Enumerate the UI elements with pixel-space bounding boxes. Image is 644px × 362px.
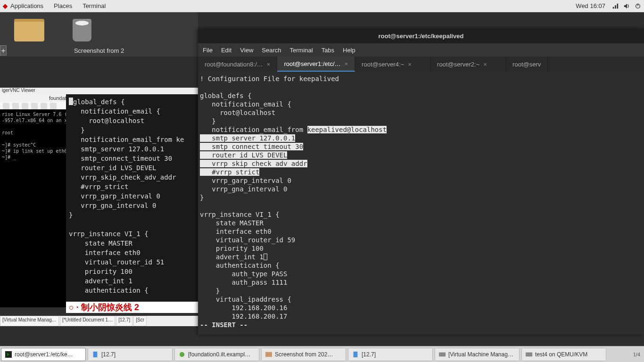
trash-icon[interactable] xyxy=(73,19,91,41)
term-text-bot: authentication { auth_type PASS auth_pas… xyxy=(200,262,291,320)
svg-point-9 xyxy=(180,352,185,357)
background-window-title: Screenshot from 2 xyxy=(0,45,198,57)
task-label: [12.7] xyxy=(101,351,116,358)
terminal-tabs: root@foundation8:/…× root@server1:/etc/…… xyxy=(198,57,644,72)
applications-menu[interactable]: Applications xyxy=(10,2,43,9)
vim-mode-status: -- INSERT -- xyxy=(200,321,248,329)
bottom-panel: > root@server1:/etc/ke… [12.7] [foundati… xyxy=(0,346,644,362)
document-icon xyxy=(352,351,359,358)
task-test4[interactable]: test4 on QEMU/KVM xyxy=(521,348,606,361)
svg-rect-10 xyxy=(265,352,272,357)
menu-search[interactable]: Search xyxy=(262,47,281,54)
task-screenshot[interactable]: Screenshot from 202… xyxy=(261,348,346,361)
terminal-titlebar[interactable]: root@server1:/etc/keepalived xyxy=(198,28,644,43)
places-menu[interactable]: Places xyxy=(54,2,72,9)
task-doc-12-7b[interactable]: [12.7] xyxy=(348,348,433,361)
nested-task-doc[interactable]: [*Untitled Document 1… xyxy=(60,316,115,326)
menu-view[interactable]: View xyxy=(240,47,253,54)
volume-icon[interactable] xyxy=(623,3,630,9)
nested-taskbar: [Virtual Machine Manag… [*Untitled Docum… xyxy=(0,316,198,326)
vm-icon xyxy=(439,351,446,358)
menu-file[interactable]: File xyxy=(203,47,213,54)
tab-server4[interactable]: root@server4:~× xyxy=(355,57,430,72)
folder-icon[interactable] xyxy=(14,19,44,41)
vnc-icon xyxy=(179,351,185,358)
svg-rect-12 xyxy=(439,352,446,356)
workspace-indicator[interactable]: 1/4 xyxy=(633,352,644,357)
top-panel: ◆ Applications Places Terminal Wed 16:07 xyxy=(0,0,644,12)
task-label: [foundation0.ilt.exampl… xyxy=(188,351,250,358)
nested-task-scr[interactable]: [Scr xyxy=(133,316,147,326)
background-terminal: global_defs { notification_email { root@… xyxy=(66,94,198,302)
menu-edit[interactable]: Edit xyxy=(221,47,231,54)
network-icon[interactable] xyxy=(612,3,619,9)
terminal-menubar: File Edit View Search Terminal Tabs Help xyxy=(198,43,644,57)
cursor-icon xyxy=(69,98,73,105)
close-icon[interactable]: × xyxy=(267,61,271,68)
clock[interactable]: Wed 16:07 xyxy=(576,2,605,9)
task-label: Screenshot from 202… xyxy=(275,351,333,358)
svg-rect-11 xyxy=(354,351,358,357)
task-label: root@server1:/etc/ke… xyxy=(15,351,73,358)
task-vnc[interactable]: [foundation0.ilt.exampl… xyxy=(174,348,259,361)
task-virt-manager[interactable]: [Virtual Machine Manag… xyxy=(435,348,520,361)
svg-rect-13 xyxy=(526,352,532,356)
background-terminal-text: global_defs { notification_email { root@… xyxy=(69,98,184,294)
task-doc-12-7[interactable]: [12.7] xyxy=(88,348,173,361)
vm-icon xyxy=(526,351,532,358)
document-icon xyxy=(92,351,99,358)
term-text-plain: notification_email_from xyxy=(200,126,307,133)
tab-server2[interactable]: root@server2:~× xyxy=(430,57,506,72)
svg-rect-2 xyxy=(617,3,619,8)
desktop-icons xyxy=(0,12,198,45)
distro-icon: ◆ xyxy=(3,2,8,9)
svg-marker-3 xyxy=(624,3,627,8)
tab-overflow[interactable]: root@serv xyxy=(506,57,548,72)
menu-tabs[interactable]: Tabs xyxy=(322,47,334,54)
svg-rect-1 xyxy=(615,5,616,8)
red-doc-strip: ○ · 制小阴惊炎线 2 xyxy=(66,302,198,313)
tab-foundation8[interactable]: root@foundation8:/…× xyxy=(198,57,277,72)
system-tray[interactable] xyxy=(612,3,641,9)
power-icon[interactable] xyxy=(635,3,641,9)
cursor-icon xyxy=(264,254,267,260)
vnc-app-title: igerVNC Viewer xyxy=(0,88,198,94)
task-terminal[interactable]: > root@server1:/etc/ke… xyxy=(1,348,86,361)
image-icon xyxy=(265,351,272,358)
svg-rect-8 xyxy=(93,351,98,357)
terminal-menu[interactable]: Terminal xyxy=(83,2,106,9)
terminal-body[interactable]: ! Configuration File for keepalived glob… xyxy=(198,72,644,335)
svg-text:>: > xyxy=(7,352,9,356)
tab-server1[interactable]: root@server1:/etc/…× xyxy=(277,57,355,72)
terminal-icon: > xyxy=(5,351,12,358)
terminal-window: root@server1:/etc/keepalived File Edit V… xyxy=(198,28,644,335)
vnc-terminal-body: rise Linux Server 7.6 (Mai -957.el7.x86_… xyxy=(0,109,66,307)
close-icon[interactable]: × xyxy=(345,60,348,67)
close-icon[interactable]: × xyxy=(408,61,412,68)
task-label: [Virtual Machine Manag… xyxy=(448,351,513,358)
term-text-mid: vrrp_garp_interval 0 vrrp_gna_interval 0… xyxy=(200,177,295,261)
term-text-top: ! Configuration File for keepalived glob… xyxy=(200,75,339,125)
nested-task-vm[interactable]: [Virtual Machine Manag… xyxy=(0,316,59,326)
svg-rect-0 xyxy=(613,7,614,8)
task-label: test4 on QEMU/KVM xyxy=(535,351,587,358)
menu-help[interactable]: Help xyxy=(343,47,355,54)
task-label: [12.7] xyxy=(362,351,376,358)
close-icon[interactable]: × xyxy=(483,61,487,68)
menu-terminal[interactable]: Terminal xyxy=(290,47,313,54)
nested-task-12-7[interactable]: [12.7] xyxy=(116,316,132,326)
new-tab-button[interactable]: + xyxy=(0,45,7,56)
